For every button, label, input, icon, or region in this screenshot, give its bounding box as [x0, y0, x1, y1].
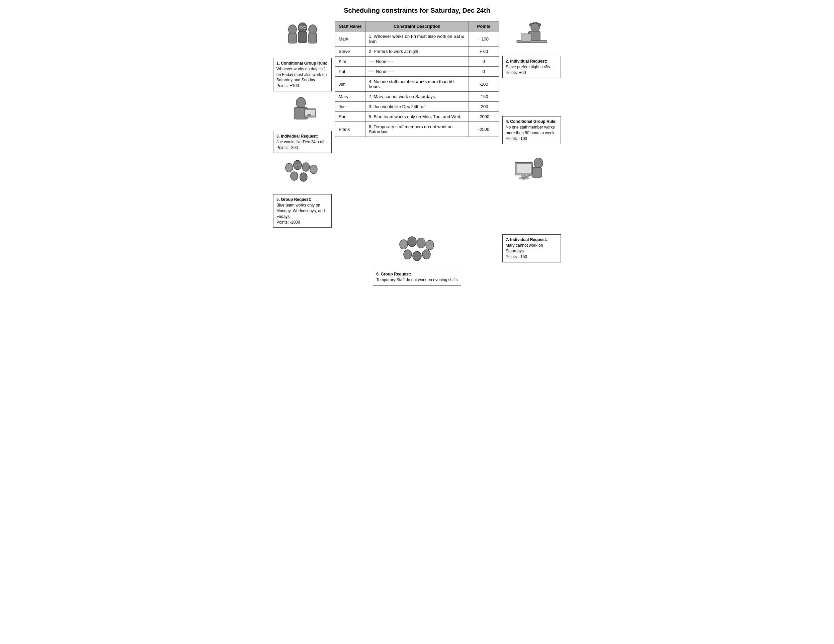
- cell-staff-name: Jim: [335, 77, 365, 92]
- svg-rect-31: [516, 164, 531, 173]
- cell-points: -200: [469, 102, 499, 112]
- table-row: Frank6. Temporary staff members do not w…: [335, 122, 499, 137]
- svg-point-0: [288, 25, 296, 34]
- cell-staff-name: Kim: [335, 57, 365, 66]
- box5-title: 5. Group Request:: [276, 197, 328, 202]
- cell-description: ---- None ----: [365, 57, 469, 66]
- box3-points: Points: -200: [276, 145, 328, 150]
- box5-body: Blue team works only on Monday, Wednesda…: [276, 202, 328, 219]
- top-right-icon-group: [502, 21, 561, 51]
- box1-title: 1. Conditional Group Rule:: [276, 61, 328, 66]
- table-row: Sue5. Blue team works only on Mon, Tue, …: [335, 112, 499, 122]
- svg-point-4: [309, 25, 317, 34]
- box4: 4. Conditional Group Rule: No one staff …: [502, 116, 561, 144]
- cell-staff-name: Joe: [335, 102, 365, 112]
- center-column: Staff Name Constraint Description Points…: [335, 21, 499, 137]
- cell-staff-name: Frank: [335, 122, 365, 137]
- svg-rect-29: [532, 167, 542, 177]
- box7-points: Points: -150: [506, 254, 558, 260]
- bottom-left-icon-group: [273, 158, 332, 189]
- box6: 6. Group Request: Temporary Staff do not…: [373, 269, 461, 285]
- box6-title: 6. Group Request:: [376, 272, 457, 277]
- cell-description: ---- None -----: [365, 66, 469, 77]
- table-row: Jim4. No one staff member works more tha…: [335, 77, 499, 92]
- bottom-area: 6. Group Request: Temporary Staff do not…: [273, 234, 561, 285]
- svg-point-28: [534, 158, 543, 168]
- svg-point-17: [310, 165, 317, 174]
- cell-description: 2. Prefers to work at night: [365, 47, 469, 57]
- svg-point-9: [296, 97, 305, 108]
- box1-points: Points: +100: [276, 83, 328, 89]
- svg-point-40: [422, 250, 430, 259]
- box1-body: Whoever works on day shift on Friday mus…: [276, 66, 328, 83]
- svg-point-37: [426, 240, 434, 250]
- box2-title: 2. Individual Request:: [506, 58, 558, 64]
- svg-point-39: [413, 251, 421, 261]
- col-header-name: Staff Name: [335, 21, 365, 31]
- table-row: Steve2. Prefers to work at night+ 60: [335, 47, 499, 57]
- table-row: Mary7. Mary cannot work on Saturdays-150: [335, 92, 499, 102]
- cell-description: 1. Whoever works on Fri must also work o…: [365, 31, 469, 47]
- box4-body: No one staff member works more than 50 h…: [506, 125, 558, 136]
- cell-description: 5. Blue team works only on Mon, Tue, and…: [365, 112, 469, 122]
- constraints-table: Staff Name Constraint Description Points…: [335, 21, 499, 137]
- table-row: Pat---- None -----0: [335, 66, 499, 77]
- svg-point-36: [417, 238, 425, 248]
- svg-rect-3: [298, 32, 307, 42]
- box5-points: Points: -2000: [276, 220, 328, 225]
- table-row: Kim---- None ----0: [335, 57, 499, 66]
- svg-point-38: [404, 250, 412, 259]
- cell-description: 7. Mary cannot work on Saturdays: [365, 92, 469, 102]
- box7: 7. Individual Request: Mary cannot work …: [502, 234, 561, 262]
- box2: 2. Individual Request: Steve prefers nig…: [502, 56, 561, 78]
- cell-staff-name: Sue: [335, 112, 365, 122]
- cell-staff-name: Pat: [335, 66, 365, 77]
- box6-body: Temporary Staff do not work on evening s…: [376, 277, 457, 283]
- svg-rect-5: [309, 33, 317, 43]
- col-header-description: Constraint Description: [365, 21, 469, 31]
- cell-points: -150: [469, 92, 499, 102]
- table-row: Mark1. Whoever works on Fri must also wo…: [335, 31, 499, 47]
- cell-points: -100: [469, 77, 499, 92]
- group-icon-1: [283, 21, 323, 53]
- box5: 5. Group Request: Blue team works only o…: [273, 194, 332, 228]
- cell-description: 3. Joe would like Dec 24th off: [365, 102, 469, 112]
- box2-points: Points: +60: [506, 70, 558, 76]
- cell-points: -2000: [469, 112, 499, 122]
- cell-points: 0: [469, 57, 499, 66]
- box4-title: 4. Conditional Group Rule:: [506, 119, 558, 125]
- cell-staff-name: Mary: [335, 92, 365, 102]
- box2-body: Steve prefers night shifts...: [506, 64, 558, 70]
- svg-point-14: [286, 163, 293, 172]
- box7-body: Mary cannot work on Saturdays.: [506, 243, 558, 254]
- table-row: Joe3. Joe would like Dec 24th off-200: [335, 102, 499, 112]
- box1: 1. Conditional Group Rule: Whoever works…: [273, 58, 332, 91]
- cell-points: +100: [469, 31, 499, 47]
- cell-staff-name: Steve: [335, 47, 365, 57]
- box3-title: 3. Individual Request:: [276, 134, 328, 139]
- box4-points: Points: -100: [506, 136, 558, 142]
- svg-rect-13: [307, 115, 311, 116]
- cell-points: 0: [469, 66, 499, 77]
- cell-points: -2500: [469, 122, 499, 137]
- svg-point-34: [399, 239, 407, 249]
- left-column: 1. Conditional Group Rule: Whoever works…: [273, 21, 332, 228]
- page-title: Scheduling constraints for Saturday, Dec…: [273, 7, 561, 15]
- svg-point-16: [302, 163, 310, 172]
- svg-rect-27: [521, 34, 531, 41]
- cell-description: 4. No one staff member works more than 5…: [365, 77, 469, 92]
- box3: 3. Individual Request: Joe would like De…: [273, 131, 332, 153]
- cell-description: 6. Temporary staff members do not work o…: [365, 122, 469, 137]
- svg-point-19: [300, 173, 307, 181]
- cell-points: + 60: [469, 47, 499, 57]
- box7-title: 7. Individual Request:: [506, 237, 558, 243]
- box3-body: Joe would like Dec 24th off.: [276, 139, 328, 145]
- right-column: 2. Individual Request: Steve prefers nig…: [502, 21, 561, 188]
- cell-staff-name: Mark: [335, 31, 365, 47]
- svg-point-25: [538, 23, 541, 26]
- top-left-icon-group: [273, 21, 332, 53]
- bottom-center-area: 6. Group Request: Temporary Staff do not…: [335, 234, 499, 285]
- svg-point-18: [291, 172, 298, 180]
- svg-point-35: [407, 237, 416, 247]
- svg-point-24: [529, 23, 532, 26]
